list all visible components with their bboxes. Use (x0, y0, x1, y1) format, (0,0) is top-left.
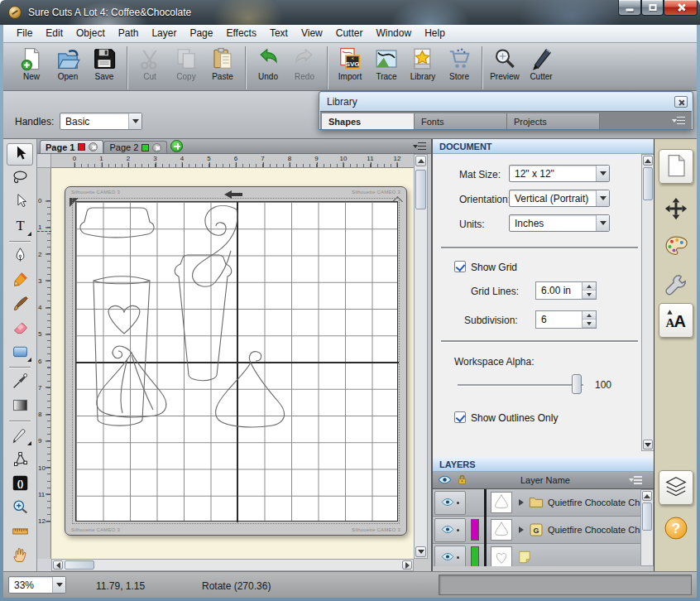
layers-menu-icon[interactable] (629, 476, 642, 484)
zoom-level-dropdown[interactable]: 33% (8, 576, 66, 594)
menu-window[interactable]: Window (369, 25, 418, 42)
layer-row[interactable]: Quietfire Chocolate Chip (433, 489, 654, 517)
page-tabs-menu-icon[interactable] (413, 142, 426, 151)
panel-button-help[interactable]: ? (659, 512, 693, 546)
show-outlines-checkbox[interactable] (454, 411, 466, 423)
layer-visibility-button[interactable] (434, 546, 466, 567)
workspace-alpha-slider[interactable] (458, 384, 583, 386)
horizontal-scroll-thumb[interactable] (65, 560, 94, 570)
tool-text[interactable]: T (7, 215, 33, 238)
library-tab-projects[interactable]: Projects (507, 113, 600, 129)
panel-scrollbar[interactable] (641, 154, 654, 451)
tall-cup-shape[interactable] (175, 255, 231, 381)
heart-shape[interactable] (108, 305, 140, 334)
layer-visibility-button[interactable] (434, 491, 466, 515)
expand-arrow-icon[interactable] (519, 526, 524, 533)
layers-scrollbar[interactable] (640, 489, 654, 566)
library-tab-shapes[interactable]: Shapes (322, 113, 415, 129)
layer-row[interactable]: G Quietfire Chocolate Chip (433, 517, 654, 544)
menu-help[interactable]: Help (418, 25, 452, 42)
chocolate-kiss-1-shape[interactable] (97, 346, 166, 417)
subdivision-spinner[interactable] (582, 311, 596, 328)
page-color-chip[interactable] (141, 144, 149, 151)
layers-scroll-thumb[interactable] (642, 502, 652, 531)
minimize-button[interactable] (618, 0, 641, 16)
document-panel-header[interactable]: DOCUMENT (433, 139, 654, 154)
canvas-viewport[interactable]: Silhouette CAMEO 3 Silhouette CAMEO 3 Si… (51, 168, 414, 559)
page-tab-1[interactable]: Page 1 (40, 140, 103, 153)
layer-color-chip[interactable] (471, 546, 479, 566)
toolbar-store-button[interactable]: Store (441, 46, 477, 88)
coffee-cup-shape[interactable] (93, 276, 150, 426)
scroll-up-button[interactable] (415, 156, 426, 166)
menu-cutter[interactable]: Cutter (329, 25, 370, 42)
toolbar-paste-button[interactable]: Paste (204, 46, 241, 88)
tool-eyedropper[interactable] (7, 371, 33, 393)
menu-view[interactable]: View (295, 25, 329, 42)
show-grid-checkbox[interactable] (454, 261, 466, 272)
add-page-button[interactable] (170, 140, 183, 152)
tool-node-edit[interactable] (7, 449, 33, 471)
grid-lines-input[interactable]: 6.00 in (535, 281, 597, 300)
tool-knife[interactable] (7, 425, 33, 447)
cutting-mat[interactable]: Silhouette CAMEO 3 Silhouette CAMEO 3 Si… (65, 186, 407, 536)
vertical-scroll-thumb[interactable] (415, 170, 426, 209)
menu-effects[interactable]: Effects (219, 25, 262, 42)
page-tab-close-icon[interactable] (89, 142, 98, 151)
tool-lasso[interactable] (7, 167, 33, 190)
library-close-button[interactable] (674, 96, 688, 108)
toolbar-redo-button[interactable]: Redo (286, 46, 323, 88)
scroll-down-button[interactable] (643, 440, 653, 450)
menu-object[interactable]: Object (70, 25, 112, 42)
scroll-up-button[interactable] (642, 491, 652, 501)
panel-scroll-thumb[interactable] (643, 167, 653, 200)
menu-edit[interactable]: Edit (39, 25, 70, 42)
toolbar-copy-button[interactable]: Copy (168, 46, 204, 88)
layer-color-chip[interactable] (471, 519, 479, 541)
toolbar-save-button[interactable]: Save (86, 46, 122, 88)
workspace-alpha-thumb[interactable] (572, 374, 582, 394)
page-tab-2[interactable]: Page 2 (103, 141, 167, 153)
toolbar-import-button[interactable]: SVG Import (332, 46, 368, 88)
toolbar-preview-button[interactable]: Preview (487, 46, 523, 88)
layer-visibility-button[interactable] (434, 518, 466, 542)
panel-button-text-style[interactable]: AA (659, 303, 693, 338)
close-button[interactable] (664, 0, 698, 16)
handles-dropdown[interactable]: Basic (60, 113, 142, 130)
toolbar-undo-button[interactable]: Undo (250, 46, 286, 88)
toolbar-trace-button[interactable]: Trace (368, 46, 405, 88)
menu-path[interactable]: Path (112, 25, 146, 42)
tool-measure[interactable] (7, 521, 33, 543)
tool-hand[interactable] (7, 545, 33, 567)
panel-button-layers[interactable] (659, 470, 693, 505)
toolbar-new-button[interactable]: New (13, 46, 50, 88)
menu-page[interactable]: Page (183, 25, 219, 42)
page-tab-close-icon[interactable] (152, 143, 161, 152)
subdivision-input[interactable]: 6 (535, 310, 597, 329)
maximize-button[interactable] (641, 0, 664, 16)
toolbar-cut-button[interactable]: Cut (132, 46, 168, 88)
scroll-up-button[interactable] (643, 156, 653, 166)
toolbar-cutter-button[interactable]: Cutter (523, 46, 559, 88)
scroll-left-button[interactable] (53, 560, 63, 570)
library-title-bar[interactable]: Library (320, 93, 692, 111)
tool-shape[interactable] (7, 341, 33, 363)
library-tab-fonts[interactable]: Fonts (415, 113, 507, 129)
menu-file[interactable]: File (10, 25, 39, 42)
scroll-right-button[interactable] (402, 560, 412, 570)
scroll-down-button[interactable] (415, 546, 426, 557)
menu-text[interactable]: Text (263, 25, 295, 42)
orientation-dropdown[interactable]: Vertical (Portrait) (509, 190, 610, 207)
panel-button-palette[interactable] (659, 230, 693, 265)
chocolate-kiss-2-shape[interactable] (216, 352, 285, 427)
tool-gradient[interactable] (7, 395, 33, 417)
panel-button-wrench[interactable] (659, 268, 693, 303)
toolbar-library-button[interactable]: Library (405, 46, 441, 88)
coffee-cup-lid-shape[interactable] (80, 208, 154, 238)
toolbar-open-button[interactable]: Open (50, 46, 86, 88)
layer-row[interactable] (433, 544, 654, 566)
menu-layer[interactable]: Layer (145, 25, 183, 42)
tool-bracket[interactable]: () (7, 473, 33, 495)
panel-button-move[interactable] (659, 192, 693, 227)
layer-color-chip[interactable] (471, 492, 479, 513)
